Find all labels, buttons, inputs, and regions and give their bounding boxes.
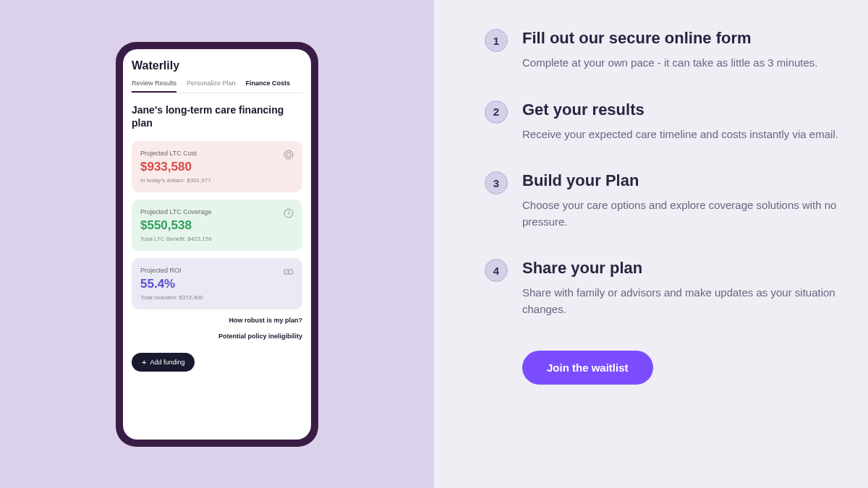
card-label: Projected LTC Coverage [140, 208, 294, 215]
step-desc: Complete at your own pace - it can take … [522, 55, 842, 72]
tab-review-results[interactable]: Review Results [132, 80, 176, 93]
link-ineligibility[interactable]: Potential policy ineligibility [132, 333, 302, 340]
tab-personalize-plan[interactable]: Personalize Plan [187, 80, 236, 93]
card-roi: Projected ROI 55.4% Total invested: $372… [132, 258, 302, 309]
step-desc: Receive your expected care timeline and … [522, 127, 842, 143]
card-label: Projected LTC Cost [140, 150, 294, 157]
svg-point-0 [284, 150, 293, 159]
add-funding-label: Add funding [150, 359, 184, 366]
card-ltc-cost: Projected LTC Cost $933,580 In today's d… [132, 141, 302, 192]
phone-frame: Waterlily Review Results Personalize Pla… [116, 42, 318, 447]
card-value: $933,580 [140, 160, 294, 174]
card-label: Projected ROI [140, 267, 294, 274]
app-title: Waterlily [132, 59, 302, 72]
steps-panel: 1 Fill out our secure online form Comple… [434, 0, 868, 488]
phone-showcase-panel: Waterlily Review Results Personalize Pla… [0, 0, 434, 488]
target-icon [284, 150, 294, 160]
step-content: Share your plan Share with family or adv… [522, 259, 842, 317]
step-2: 2 Get your results Receive your expected… [485, 100, 842, 143]
card-sub: Total invested: $372,400 [140, 294, 294, 301]
step-number: 1 [485, 29, 508, 52]
plus-icon: + [142, 358, 146, 367]
step-number: 4 [485, 259, 508, 282]
card-sub: Total LTC Benefit: $423,158 [140, 236, 294, 242]
add-funding-button[interactable]: + Add funding [132, 353, 195, 372]
step-desc: Choose your care options and explore cov… [522, 197, 842, 230]
card-ltc-coverage: Projected LTC Coverage $550,538 Total LT… [132, 200, 302, 251]
svg-point-4 [288, 271, 289, 273]
link-robust[interactable]: How robust is my plan? [132, 317, 302, 324]
card-value: $550,538 [140, 218, 294, 233]
step-content: Fill out our secure online form Complete… [522, 29, 842, 72]
tab-finance-costs[interactable]: Finance Costs [246, 80, 291, 93]
step-number: 3 [485, 171, 508, 194]
phone-screen: Waterlily Review Results Personalize Pla… [123, 49, 311, 440]
step-title: Build your Plan [522, 171, 842, 190]
step-content: Get your results Receive your expected c… [522, 100, 842, 143]
tabs: Review Results Personalize Plan Finance … [132, 80, 302, 93]
card-value: 55.4% [140, 277, 294, 291]
step-4: 4 Share your plan Share with family or a… [485, 259, 842, 317]
step-1: 1 Fill out our secure online form Comple… [485, 29, 842, 72]
step-content: Build your Plan Choose your care options… [522, 171, 842, 230]
clock-icon [284, 208, 294, 218]
money-icon [284, 267, 294, 277]
step-desc: Share with family or advisors and make u… [522, 285, 842, 317]
step-title: Fill out our secure online form [522, 29, 842, 48]
step-number: 2 [485, 100, 508, 124]
step-title: Get your results [522, 100, 842, 119]
step-3: 3 Build your Plan Choose your care optio… [485, 171, 842, 230]
card-sub: In today's dollars: $301,977 [140, 177, 294, 184]
svg-point-1 [286, 153, 291, 157]
join-waitlist-button[interactable]: Join the waitlist [522, 351, 653, 385]
step-title: Share your plan [522, 259, 842, 278]
plan-title: Jane's long-term care financing plan [132, 103, 302, 129]
svg-rect-3 [284, 270, 293, 274]
plan-links: How robust is my plan? Potential policy … [132, 317, 302, 340]
